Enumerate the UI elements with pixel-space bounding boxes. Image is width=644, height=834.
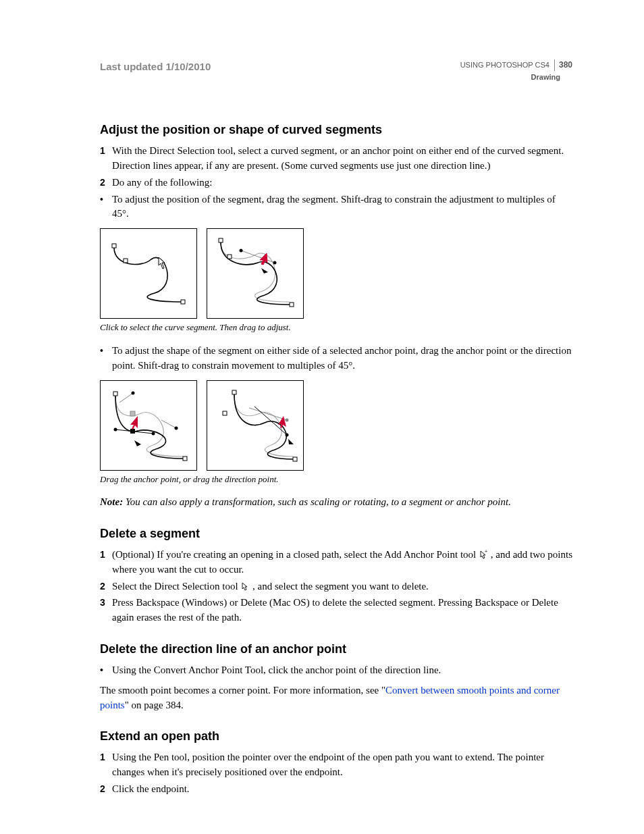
figure-caption-1: Click to select the curve segment. Then … xyxy=(100,321,572,334)
svg-rect-3 xyxy=(219,238,223,242)
svg-rect-5 xyxy=(290,303,294,307)
svg-line-18 xyxy=(119,393,133,402)
step-text: Press Backspace (Windows) or Delete (Mac… xyxy=(112,597,558,623)
paragraph: The smooth point becomes a corner point.… xyxy=(100,683,572,713)
figure-drag-anchor xyxy=(100,380,197,471)
svg-rect-22 xyxy=(293,457,297,461)
step: 1 (Optional) If you're creating an openi… xyxy=(100,548,572,577)
svg-line-6 xyxy=(241,251,275,263)
step: 2Click the endpoint. xyxy=(100,782,572,797)
direction-drag-illustration-icon xyxy=(207,381,303,470)
page-number: 380 xyxy=(554,59,572,71)
step-text: Using the Pen tool, position the pointer… xyxy=(112,752,544,777)
svg-text:+: + xyxy=(485,550,487,554)
note-text: You can also apply a transformation, suc… xyxy=(123,496,511,507)
svg-rect-20 xyxy=(232,390,236,394)
svg-point-17 xyxy=(175,426,178,429)
heading-delete-direction-line: Delete the direction line of an anchor p… xyxy=(100,640,572,658)
curve-drag-illustration-icon xyxy=(207,229,303,318)
step: 2 Select the Direct Selection tool , and… xyxy=(100,579,572,594)
bullets-delete-direction: •Using the Convert Anchor Point Tool, cl… xyxy=(100,663,572,678)
bullets-adjust-2: •To adjust the shape of the segment on e… xyxy=(100,344,572,373)
svg-point-7 xyxy=(240,249,243,253)
step-text-a: Select the Direct Selection tool xyxy=(112,581,240,592)
figure-row-2 xyxy=(100,380,572,471)
svg-point-8 xyxy=(273,261,277,265)
svg-point-24 xyxy=(286,418,289,421)
svg-point-14 xyxy=(114,427,117,431)
anchor-drag-illustration-icon xyxy=(101,381,196,470)
step-text: Click the endpoint. xyxy=(112,783,190,794)
para-text-a: The smooth point becomes a corner point.… xyxy=(100,685,385,696)
step: 3Press Backspace (Windows) or Delete (Ma… xyxy=(100,596,572,625)
svg-point-19 xyxy=(132,391,135,394)
curve-select-illustration-icon xyxy=(101,229,196,318)
figure-caption-2: Drag the anchor point, or drag the direc… xyxy=(100,473,572,486)
heading-adjust-curved: Adjust the position or shape of curved s… xyxy=(100,121,572,138)
step-text: With the Direct Selection tool, select a… xyxy=(112,145,564,171)
step: 2Do any of the following: xyxy=(100,176,572,190)
step-text-b: , and select the segment you want to del… xyxy=(252,581,429,592)
svg-line-16 xyxy=(161,420,176,428)
page-header: Last updated 1/10/2010 USING PHOTOSHOP C… xyxy=(100,59,572,83)
svg-rect-1 xyxy=(124,259,128,263)
bullet: •To adjust the position of the segment, … xyxy=(100,192,572,222)
figure-select-curve xyxy=(100,228,197,319)
step: 1With the Direct Selection tool, select … xyxy=(100,144,572,174)
svg-rect-2 xyxy=(181,300,185,304)
svg-rect-9 xyxy=(113,392,117,396)
heading-extend-path: Extend an open path xyxy=(100,727,572,745)
step-text: Do any of the following: xyxy=(112,177,212,188)
heading-delete-segment: Delete a segment xyxy=(100,525,572,542)
bullet-text: To adjust the position of the segment, d… xyxy=(112,194,556,219)
svg-point-26 xyxy=(286,433,289,436)
para-text-b: " on page 384. xyxy=(125,700,184,710)
chapter-name: Drawing xyxy=(460,72,572,83)
steps-adjust: 1With the Direct Selection tool, select … xyxy=(100,144,572,221)
step-text-a: (Optional) If you're creating an opening… xyxy=(112,549,479,560)
svg-rect-0 xyxy=(112,244,116,248)
page: Last updated 1/10/2010 USING PHOTOSHOP C… xyxy=(0,0,644,834)
svg-rect-10 xyxy=(183,457,187,461)
bullet: •To adjust the shape of the segment on e… xyxy=(100,344,572,373)
svg-rect-4 xyxy=(227,255,232,259)
steps-delete-segment: 1 (Optional) If you're creating an openi… xyxy=(100,548,572,625)
figure-drag-direction xyxy=(207,380,304,471)
note-label: Note: xyxy=(100,496,123,507)
figure-drag-curve xyxy=(207,228,304,319)
add-anchor-point-tool-icon: + xyxy=(479,550,488,559)
svg-rect-11 xyxy=(130,411,135,416)
step: 1Using the Pen tool, position the pointe… xyxy=(100,750,572,780)
last-updated: Last updated 1/10/2010 xyxy=(100,59,211,74)
bullet-text: Using the Convert Anchor Point Tool, cli… xyxy=(112,664,441,675)
steps-extend: 1Using the Pen tool, position the pointe… xyxy=(100,750,572,796)
note: Note: You can also apply a transformatio… xyxy=(100,495,572,510)
direct-selection-tool-icon xyxy=(240,581,250,591)
svg-point-15 xyxy=(152,432,155,435)
svg-rect-21 xyxy=(223,411,227,415)
bullet: •Using the Convert Anchor Point Tool, cl… xyxy=(100,663,572,678)
bullet-text: To adjust the shape of the segment on ei… xyxy=(112,345,571,371)
header-right: USING PHOTOSHOP CS4 380 Drawing xyxy=(460,59,572,83)
figure-row-1 xyxy=(100,228,572,319)
product-name: USING PHOTOSHOP CS4 xyxy=(460,60,549,71)
